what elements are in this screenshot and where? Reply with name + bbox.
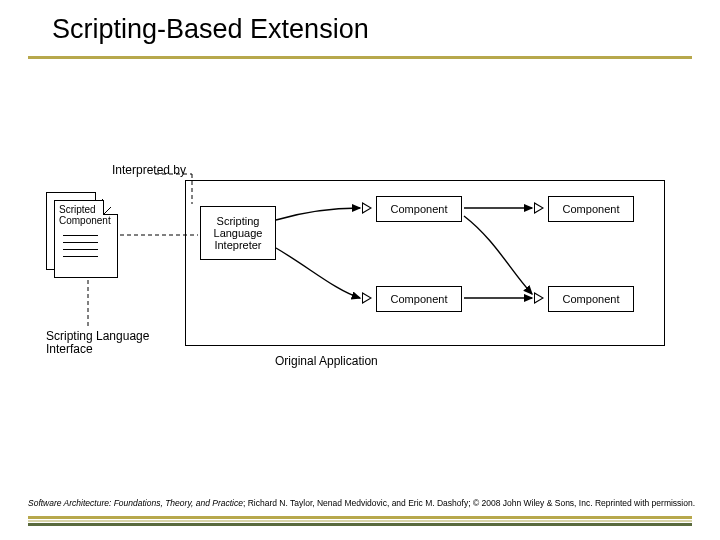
triangle-icon <box>362 202 372 214</box>
component-box-top-left: Component <box>376 196 462 222</box>
footer-rest: ; Richard N. Taylor, Nenad Medvidovic, a… <box>243 498 695 508</box>
doc-lines-icon <box>63 235 107 263</box>
scripted-component-doc: Scripted Component <box>54 200 118 278</box>
component-box-bottom-right: Component <box>548 286 634 312</box>
label-interpreted-by: Interpreted by <box>112 164 186 177</box>
label-scripting-interface: Scripting Language Interface <box>46 330 149 356</box>
triangle-icon <box>534 292 544 304</box>
footer-accent-bar <box>28 516 692 526</box>
component-box-bottom-left: Component <box>376 286 462 312</box>
diagram-area: Interpreted by Scripting Language Interf… <box>40 150 680 430</box>
footer-book-title: Software Architecture: Foundations, Theo… <box>28 498 243 508</box>
triangle-icon <box>362 292 372 304</box>
label-original-application: Original Application <box>275 355 378 368</box>
title-underline <box>28 56 692 59</box>
slide-title: Scripting-Based Extension <box>52 14 369 45</box>
interpreter-box: Scripting Language Intepreter <box>200 206 276 260</box>
component-box-top-right: Component <box>548 196 634 222</box>
footer-citation: Software Architecture: Foundations, Theo… <box>28 498 695 508</box>
scripted-component-label: Scripted Component <box>59 205 111 226</box>
triangle-icon <box>534 202 544 214</box>
